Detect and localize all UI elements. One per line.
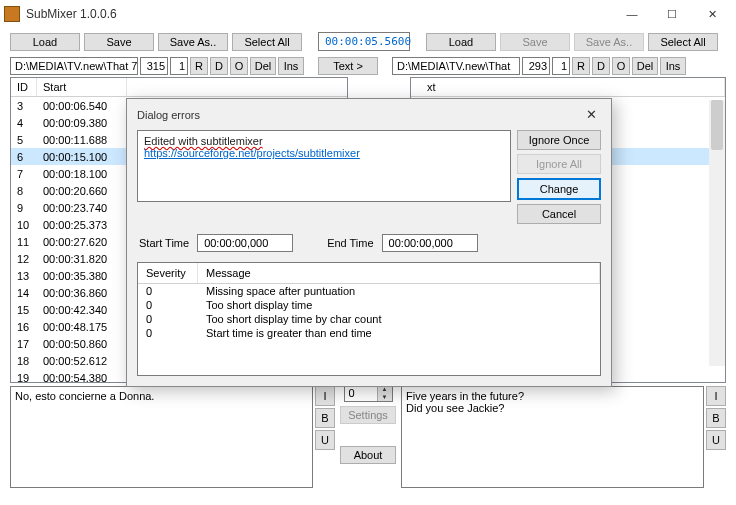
r-button-left[interactable]: R <box>190 57 208 75</box>
message-header[interactable]: Message <box>198 263 600 283</box>
end-time-label: End Time <box>327 237 373 249</box>
minimize-button[interactable]: — <box>612 2 652 26</box>
ins-button-right[interactable]: Ins <box>660 57 686 75</box>
titlebar: SubMixer 1.0.0.6 — ☐ ✕ <box>0 0 736 28</box>
maximize-button[interactable]: ☐ <box>652 2 692 26</box>
close-button[interactable]: ✕ <box>692 2 732 26</box>
window-title: SubMixer 1.0.0.6 <box>26 7 612 21</box>
o-button-right[interactable]: O <box>612 57 630 75</box>
about-button[interactable]: About <box>340 446 396 464</box>
load-button-right[interactable]: Load <box>426 33 496 51</box>
text-button[interactable]: Text > <box>318 57 378 75</box>
saveas-button-right[interactable]: Save As.. <box>574 33 644 51</box>
start-time-label: Start Time <box>139 237 189 249</box>
error-row[interactable]: 0Too short display time by char count <box>138 312 600 326</box>
save-button-left[interactable]: Save <box>84 33 154 51</box>
credits-line1: Edited with subtitlemixer <box>144 135 504 147</box>
ignore-once-button[interactable]: Ignore Once <box>517 130 601 150</box>
spin-down-icon[interactable]: ▼ <box>378 393 392 401</box>
d-button-right[interactable]: D <box>592 57 610 75</box>
save-button-right[interactable]: Save <box>500 33 570 51</box>
spinner-value[interactable]: 0 <box>345 385 377 401</box>
toolbar-primary: Load Save Save As.. Select All 00:00:05.… <box>0 28 736 55</box>
del-button-right[interactable]: Del <box>632 57 658 75</box>
d-button-left[interactable]: D <box>210 57 228 75</box>
start-time-input[interactable]: 00:00:00,000 <box>197 234 293 252</box>
dialog-close-button[interactable]: ✕ <box>582 107 601 122</box>
error-row[interactable]: 0Too short display time <box>138 298 600 312</box>
col-start-header[interactable]: Start <box>37 78 127 96</box>
dialog-errors: Dialog errors ✕ Edited with subtitlemixe… <box>126 98 612 387</box>
toolbar-secondary: D:\MEDIA\TV.new\That 7 315 1 R D O Del I… <box>0 55 736 77</box>
grid-right-header: xt <box>411 78 725 97</box>
load-button-left[interactable]: Load <box>10 33 80 51</box>
error-row[interactable]: 0Start time is greater than end time <box>138 326 600 340</box>
bold-button-right[interactable]: B <box>706 408 726 428</box>
change-button[interactable]: Change <box>517 178 601 200</box>
severity-header[interactable]: Severity <box>138 263 198 283</box>
mid-column: Time Base 0 ▲▼ Settings About <box>337 386 399 488</box>
format-buttons-left: I B U <box>315 386 335 488</box>
dialog-credits[interactable]: Edited with subtitlemixer https://source… <box>137 130 511 202</box>
col-id-header[interactable]: ID <box>11 78 37 96</box>
ins-button-left[interactable]: Ins <box>278 57 304 75</box>
preview-left[interactable]: No, esto concierne a Donna. <box>10 386 313 488</box>
index-right[interactable]: 1 <box>552 57 570 75</box>
italic-button-left[interactable]: I <box>315 386 335 406</box>
o-button-left[interactable]: O <box>230 57 248 75</box>
index-left[interactable]: 1 <box>170 57 188 75</box>
credits-link[interactable]: https://sourceforge.net/projects/subtitl… <box>144 147 360 159</box>
saveas-button-left[interactable]: Save As.. <box>158 33 228 51</box>
bottom-area: No, esto concierne a Donna. I B U Time B… <box>0 383 736 491</box>
end-time-input[interactable]: 00:00:00,000 <box>382 234 478 252</box>
col-text-header[interactable]: xt <box>411 78 725 96</box>
error-grid[interactable]: Severity Message 0Missing space after pu… <box>137 262 601 376</box>
underline-button-right[interactable]: U <box>706 430 726 450</box>
format-buttons-right: I B U <box>706 386 726 488</box>
dialog-title: Dialog errors <box>137 109 200 121</box>
count-right[interactable]: 293 <box>522 57 550 75</box>
error-row[interactable]: 0Missing space after puntuation <box>138 284 600 298</box>
timecode-display[interactable]: 00:00:05.5600 <box>318 32 410 51</box>
count-left[interactable]: 315 <box>140 57 168 75</box>
settings-button[interactable]: Settings <box>340 406 396 424</box>
app-icon <box>4 6 20 22</box>
del-button-left[interactable]: Del <box>250 57 276 75</box>
italic-button-right[interactable]: I <box>706 386 726 406</box>
selectall-button-left[interactable]: Select All <box>232 33 302 51</box>
ignore-all-button[interactable]: Ignore All <box>517 154 601 174</box>
r-button-right[interactable]: R <box>572 57 590 75</box>
path-right[interactable]: D:\MEDIA\TV.new\That <box>392 57 520 75</box>
cancel-button[interactable]: Cancel <box>517 204 601 224</box>
selectall-button-right[interactable]: Select All <box>648 33 718 51</box>
vscroll-right[interactable] <box>709 100 725 366</box>
grid-left-header: ID Start <box>11 78 347 97</box>
path-left[interactable]: D:\MEDIA\TV.new\That 7 <box>10 57 138 75</box>
bold-button-left[interactable]: B <box>315 408 335 428</box>
preview-right[interactable]: Five years in the future? Did you see Ja… <box>401 386 704 488</box>
underline-button-left[interactable]: U <box>315 430 335 450</box>
